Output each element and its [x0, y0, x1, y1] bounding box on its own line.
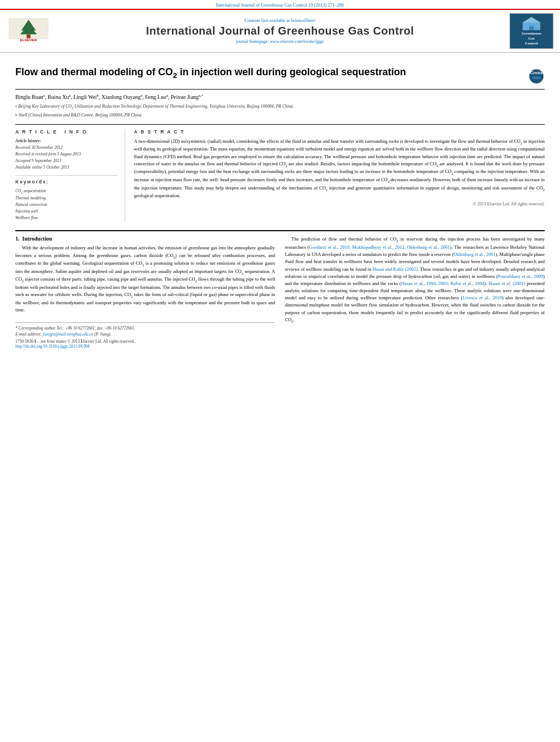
cite-livescu[interactable]: Livescu et al., 2010 — [462, 295, 502, 300]
keyword-thermal: Thermal modeling — [15, 195, 118, 202]
abstract-text: A two-dimensional (2D) axisymmetric (rad… — [134, 138, 545, 199]
crossmark-badge[interactable]: Cross Mark — [528, 68, 545, 85]
journal-reference-text: International Journal of Greenhouse Gas … — [216, 2, 344, 8]
keyword-wellbore: Wellbore flow — [15, 215, 118, 221]
cite-goodarzi[interactable]: Goodarzi et al., 2010; Mukhopadhyay et a… — [309, 244, 450, 250]
abstract-col: A B S T R A C T A two-dimensional (2D) a… — [134, 129, 545, 222]
authors-line: Binglu Ruana, Ruina Xua, Lingli Weib, Xi… — [15, 93, 545, 101]
affiliation-a-text: Beijing Key Laboratory of CO2 Utilizatio… — [18, 103, 293, 111]
keywords-section: Keywords: CO2 sequestration Thermal mode… — [15, 175, 118, 222]
corresponding-author-note: * Corresponding author. Tel.: +86 10 627… — [15, 325, 275, 331]
article-content: Flow and thermal modeling of CO2 in inje… — [0, 53, 560, 354]
abstract-label: A B S T R A C T — [134, 129, 545, 135]
email-link[interactable]: jiangpx@mail.tsinghua.edu.cn — [43, 332, 93, 337]
greenhouse-icon — [522, 16, 541, 31]
affiliations: a Beijing Key Laboratory of CO2 Utilizat… — [15, 103, 545, 119]
section-number: 1. — [15, 236, 20, 242]
elsevier-logo: ELSEVIER — [7, 15, 51, 47]
svg-text:Cross: Cross — [530, 70, 543, 75]
affiliation-b: b Shell (China) Innovation and R&D Centr… — [15, 112, 545, 119]
greenhouse-logo-text: GreenhouseGasControl — [522, 31, 541, 46]
keywords-label: Keywords: — [15, 179, 118, 185]
greenhouse-logo: GreenhouseGasControl — [509, 13, 553, 49]
cite-hasan-2003[interactable]: Hasan et al. (2003) — [489, 281, 525, 286]
section-title-text: Introduction — [23, 236, 52, 242]
intro-para-right-1: The prediction of flow and thermal behav… — [285, 236, 545, 324]
journal-homepage: journal homepage: www.elsevier.com/locat… — [56, 39, 504, 44]
abstract-copyright: © 2013 Elsevier Ltd. All rights reserved… — [134, 202, 545, 207]
footer-section: * Corresponding author. Tel.: +86 10 627… — [15, 322, 275, 349]
issn-text: 1750-5836/$ – see front matter © 2013 El… — [15, 339, 275, 344]
intro-para-1: With the development of industry and the… — [15, 244, 275, 314]
article-history: Article history: Received 30 November 20… — [15, 138, 118, 171]
history-label: Article history: — [15, 138, 41, 143]
svg-marker-6 — [523, 17, 540, 23]
email-note: E-mail address: jiangpx@mail.tsinghua.ed… — [15, 331, 275, 337]
article-info-col: A R T I C L E I N F O Article history: R… — [15, 129, 125, 222]
svg-text:Mark: Mark — [532, 76, 541, 80]
page-wrapper: International Journal of Greenhouse Gas … — [0, 0, 560, 742]
journal-header: ELSEVIER Contents lists available at Sci… — [0, 9, 560, 53]
article-title-section: Flow and thermal modeling of CO2 in inje… — [15, 66, 545, 90]
article-info-abstract-layout: A R T I C L E I N F O Article history: R… — [15, 124, 545, 222]
cite-hasan-1994[interactable]: Hasan et al., 1994, 2003; Kabir et al., … — [401, 281, 484, 286]
journal-reference-bar: International Journal of Greenhouse Gas … — [0, 0, 560, 9]
keyword-injection: Injection well — [15, 208, 118, 215]
journal-title: International Journal of Greenhouse Gas … — [56, 24, 504, 37]
introduction-section: 1. Introduction With the development of … — [15, 230, 545, 349]
contents-label: Contents lists available at — [245, 18, 290, 23]
header-center: Contents lists available at ScienceDirec… — [56, 18, 504, 44]
cite-hasan-kabir[interactable]: Hasan and Kabir (2002) — [372, 266, 417, 272]
body-right-col: The prediction of flow and thermal behav… — [285, 236, 545, 349]
article-title: Flow and thermal modeling of CO2 in inje… — [15, 66, 523, 80]
keyword-co2: CO2 sequestration — [15, 188, 118, 196]
svg-text:ELSEVIER: ELSEVIER — [20, 38, 37, 42]
doi-text[interactable]: http://dx.doi.org/10.1016/j.ijggc.2013.0… — [15, 344, 275, 349]
revised-date: Received in revised form 5 August 2013 — [15, 152, 81, 157]
introduction-heading: 1. Introduction — [15, 236, 275, 242]
homepage-label: journal homepage: — [236, 39, 269, 44]
contents-line: Contents lists available at ScienceDirec… — [56, 18, 504, 23]
cite-pourafshary[interactable]: Pourafshary et al., 2009 — [498, 274, 543, 279]
footnote-star: * — [15, 326, 18, 331]
homepage-link[interactable]: www.elsevier.com/locate/ijggc — [270, 39, 324, 44]
received-date: Received 30 November 2012 — [15, 145, 63, 150]
body-left-col: 1. Introduction With the development of … — [15, 236, 275, 349]
keyword-natural: Natural convection — [15, 202, 118, 208]
affiliation-a: a Beijing Key Laboratory of CO2 Utilizat… — [15, 103, 545, 111]
sciencedirect-link[interactable]: ScienceDirect — [291, 18, 316, 23]
accepted-date: Accepted 9 September 2013 — [15, 158, 61, 163]
cite-oldenburg[interactable]: Oldenburg et al., 2001 — [453, 252, 495, 257]
article-info-label: A R T I C L E I N F O — [15, 129, 118, 135]
affiliation-b-text: Shell (China) Innovation and R&D Centre,… — [19, 112, 142, 119]
available-date: Available online 5 October 2013 — [15, 165, 69, 170]
